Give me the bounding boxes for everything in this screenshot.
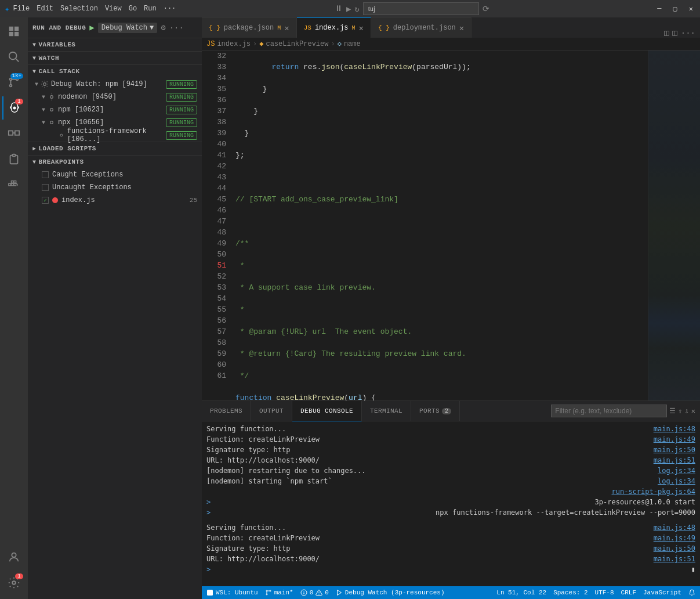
breakpoint-caught[interactable]: Caught Exceptions: [28, 168, 202, 181]
filter-down-icon[interactable]: ⇩: [685, 407, 689, 416]
call-stack-group-2[interactable]: ▼ npm [10623] RUNNING: [28, 103, 202, 116]
status-line-col[interactable]: Ln 51, Col 22: [496, 589, 546, 596]
tab-problems[interactable]: PROBLEMS: [202, 401, 251, 421]
gear-icon[interactable]: ⚙: [161, 23, 165, 33]
status-spaces[interactable]: Spaces: 2: [553, 589, 587, 596]
activity-extensions[interactable]: [2, 122, 26, 145]
tab-index-js-close[interactable]: ✕: [359, 23, 364, 33]
watch-chevron: ▼: [32, 55, 37, 62]
console-link-10[interactable]: main.js:48: [654, 522, 695, 533]
menu-run[interactable]: Run: [144, 5, 157, 13]
console-link-4[interactable]: main.js:51: [654, 455, 695, 466]
activity-git[interactable]: 1k+: [2, 71, 26, 94]
activity-testing[interactable]: [2, 147, 26, 171]
filter-up-icon[interactable]: ⇧: [678, 407, 682, 416]
console-link-2[interactable]: main.js:49: [654, 434, 695, 445]
svg-point-22: [50, 121, 53, 124]
svg-point-17: [12, 553, 16, 557]
breadcrumb-context2[interactable]: name: [344, 40, 361, 48]
close-button[interactable]: ✕: [687, 5, 695, 13]
process-icon: [58, 131, 65, 139]
ellipsis-icon[interactable]: ···: [169, 23, 184, 33]
breadcrumb-context1[interactable]: caseLinkPreview: [266, 40, 328, 48]
window-controls[interactable]: — ▢ ✕: [655, 5, 695, 13]
breakpoint-index-js[interactable]: index.js 25: [28, 194, 202, 207]
close-panel-icon[interactable]: ✕: [691, 407, 695, 416]
status-git[interactable]: main*: [265, 589, 293, 596]
tab-package-json[interactable]: { } package.json M ✕: [202, 17, 297, 38]
layout-icon[interactable]: ◫: [672, 28, 677, 38]
status-errors[interactable]: 0 0: [300, 589, 329, 596]
breakpoint-uncaught[interactable]: Uncaught Exceptions: [28, 181, 202, 194]
call-stack-item-3-name: npx [10656]: [58, 118, 104, 127]
status-debug[interactable]: Debug Watch (3p-resources): [336, 589, 445, 596]
debug-panel: PROBLEMS OUTPUT DEBUG CONSOLE TERMINAL P…: [202, 400, 700, 586]
loaded-scripts-header[interactable]: ► LOADED SCRIPTS: [28, 142, 202, 155]
console-link-6[interactable]: log.js:34: [658, 476, 695, 486]
status-eol[interactable]: CRLF: [621, 589, 636, 596]
play-button[interactable]: ▶: [89, 23, 94, 33]
filter-input[interactable]: [551, 405, 667, 417]
console-link-12[interactable]: main.js:50: [654, 543, 695, 554]
status-language[interactable]: JavaScript: [643, 589, 681, 596]
status-wsl[interactable]: WSL: Ubuntu: [206, 589, 258, 596]
menu-bar[interactable]: File Edit Selection View Go Run ···: [13, 5, 176, 13]
call-stack-group-0[interactable]: ▼ Debug Watch: npm [9419] RUNNING: [28, 78, 202, 91]
menu-go[interactable]: Go: [129, 5, 137, 13]
call-stack-group-1[interactable]: ▼ nodemon [9450] RUNNING: [28, 91, 202, 103]
menu-view[interactable]: View: [105, 5, 122, 13]
console-link-11[interactable]: main.js:49: [654, 533, 695, 543]
breadcrumb-file[interactable]: index.js: [217, 40, 251, 48]
menu-selection[interactable]: Selection: [60, 5, 98, 13]
tab-terminal[interactable]: TERMINAL: [362, 401, 411, 421]
split-editor-icon[interactable]: ◫: [664, 28, 669, 38]
minimize-button[interactable]: —: [655, 5, 663, 13]
code-line-45: * @return {!Card} The resulting preview …: [235, 348, 648, 359]
console-link-3[interactable]: main.js:50: [654, 445, 695, 455]
variables-header[interactable]: ▼ VARIABLES: [28, 38, 202, 51]
watch-header[interactable]: ▼ WATCH: [28, 52, 202, 64]
breakpoints-header[interactable]: ▼ BREAKPOINTS: [28, 156, 202, 168]
call-stack-item-2-status: RUNNING: [166, 106, 197, 114]
call-stack-header[interactable]: ▼ CALL STACK: [28, 65, 202, 78]
menu-edit[interactable]: Edit: [37, 5, 53, 13]
console-output[interactable]: Serving function... main.js:48 Function:…: [202, 421, 700, 586]
tab-output[interactable]: OUTPUT: [251, 401, 292, 421]
console-link-1[interactable]: main.js:48: [654, 424, 695, 434]
menu-more[interactable]: ···: [164, 5, 176, 13]
activity-account[interactable]: [2, 546, 26, 569]
variables-chevron: ▼: [32, 42, 37, 48]
svg-point-26: [270, 590, 271, 591]
activity-explorer[interactable]: [2, 20, 26, 43]
tab-bar: { } package.json M ✕ JS index.js M ✕ { }…: [202, 17, 700, 38]
uncaught-exceptions-checkbox[interactable]: [42, 184, 49, 191]
call-stack-item-4[interactable]: functions-framework [106...] RUNNING: [28, 129, 202, 142]
process-icon: [48, 106, 56, 114]
code-editor[interactable]: return res.json(caseLinkPreview(parsedUr…: [231, 50, 648, 400]
code-line-32: return res.json(caseLinkPreview(parsedUr…: [235, 62, 648, 73]
maximize-button[interactable]: ▢: [671, 5, 680, 13]
tab-debug-console[interactable]: DEBUG CONSOLE: [292, 401, 362, 421]
console-link-5[interactable]: log.js:34: [658, 466, 695, 476]
status-encoding[interactable]: UTF-8: [595, 589, 614, 596]
menu-file[interactable]: File: [13, 5, 30, 13]
console-link-7[interactable]: run-script-pkg.js:64: [612, 486, 696, 497]
tab-deployment-json[interactable]: { } deployment.json ✕: [371, 17, 471, 38]
more-actions-icon[interactable]: ···: [681, 28, 695, 38]
index-js-checkbox[interactable]: [42, 197, 49, 204]
filter-lines-icon[interactable]: ☰: [669, 407, 676, 416]
caught-exceptions-checkbox[interactable]: [42, 171, 49, 178]
tab-ports[interactable]: PORTS 2: [411, 401, 460, 421]
activity-docker[interactable]: [2, 173, 26, 196]
tab-deployment-json-close[interactable]: ✕: [459, 23, 464, 33]
activity-debug[interactable]: 1: [2, 96, 26, 120]
bell-icon: [688, 589, 695, 596]
activity-settings[interactable]: 1: [2, 571, 26, 594]
console-link-13[interactable]: main.js:51: [654, 554, 695, 564]
tab-index-js[interactable]: JS index.js M ✕: [297, 17, 371, 38]
activity-search[interactable]: [2, 45, 26, 68]
search-input[interactable]: [363, 2, 479, 15]
status-notifications[interactable]: [688, 589, 695, 596]
tab-package-json-close[interactable]: ✕: [284, 23, 289, 33]
debug-config-dropdown[interactable]: Debug Watch ▼: [98, 23, 157, 33]
